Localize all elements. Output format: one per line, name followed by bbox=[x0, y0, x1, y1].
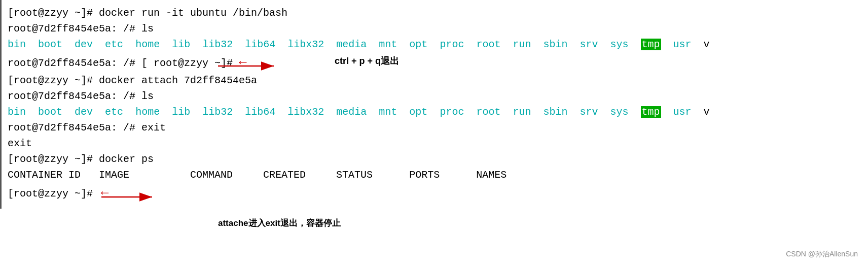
attach-annotation: attache进入exit退出，容器停止 bbox=[218, 217, 341, 229]
terminal-line-4: root@7d2ff8454e5a: /# [ root@zzyy ~]# ← bbox=[8, 52, 863, 73]
terminal-line-9: exit bbox=[8, 136, 863, 151]
terminal-line-10: [root@zzyy ~]# docker ps bbox=[8, 151, 863, 167]
terminal-line-8: root@7d2ff8454e5a: /# exit bbox=[8, 120, 863, 136]
terminal-line-5: [root@zzyy ~]# docker attach 7d2ff8454e5… bbox=[8, 73, 863, 88]
tmp-highlight-2: tmp bbox=[641, 106, 661, 118]
watermark: CSDN @孙治AllenSun bbox=[786, 250, 858, 259]
terminal-line-7: bin boot dev etc home lib lib32 lib64 li… bbox=[8, 104, 863, 120]
tmp-highlight-1: tmp bbox=[641, 39, 661, 50]
ctrl-annotation: ctrl + p + q退出 bbox=[335, 55, 399, 67]
terminal-line-11: CONTAINER ID IMAGE COMMAND CREATED STATU… bbox=[8, 167, 863, 183]
terminal-line-1: [root@zzyy ~]# docker run -it ubuntu /bi… bbox=[8, 5, 863, 21]
terminal-line-3: bin boot dev etc home lib lib32 lib64 li… bbox=[8, 37, 863, 52]
terminal: [root@zzyy ~]# docker run -it ubuntu /bi… bbox=[0, 0, 868, 209]
terminal-line-2: root@7d2ff8454e5a: /# ls bbox=[8, 21, 863, 37]
terminal-line-12: [root@zzyy ~]# ← bbox=[8, 183, 863, 203]
terminal-line-6: root@7d2ff8454e5a: /# ls bbox=[8, 88, 863, 104]
